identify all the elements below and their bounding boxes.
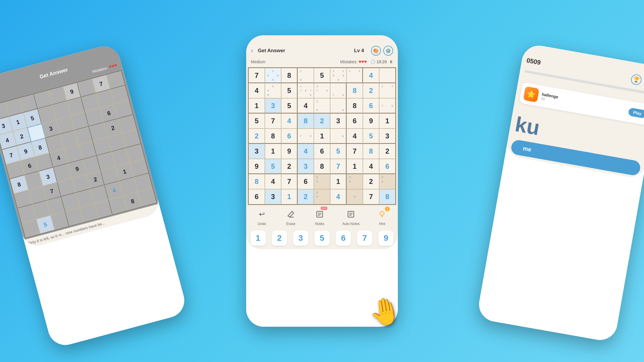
numpad-9[interactable]: 9: [378, 231, 393, 246]
c1-0[interactable]: 4: [249, 83, 265, 98]
c7-6[interactable]: 3 9: [346, 174, 363, 189]
c1-3[interactable]: 1 797 9: [298, 83, 314, 98]
numpad-7[interactable]: 7: [357, 231, 372, 246]
c6-3[interactable]: 3: [298, 159, 314, 174]
undo-button[interactable]: ↩ Undo: [256, 208, 268, 226]
c2-5[interactable]: 9: [330, 98, 346, 113]
c4-1[interactable]: 8: [265, 129, 281, 144]
c2-0[interactable]: 1: [249, 98, 265, 113]
c4-2[interactable]: 6: [281, 129, 298, 144]
numpad-2[interactable]: 2: [272, 231, 287, 246]
play-challenge-button[interactable]: Play: [628, 108, 644, 119]
c4-0[interactable]: 2: [249, 129, 265, 144]
c1-6[interactable]: 8: [346, 83, 363, 98]
c2-8[interactable]: 79: [379, 98, 396, 113]
c7-5[interactable]: 1: [330, 174, 346, 189]
c6-0[interactable]: 9: [249, 159, 265, 174]
numpad-5[interactable]: 5: [314, 231, 330, 246]
c5-0[interactable]: 3: [249, 144, 265, 159]
c1-7[interactable]: 2: [363, 83, 379, 98]
c0-2[interactable]: 8: [281, 68, 298, 83]
c2-6[interactable]: 8: [346, 98, 363, 113]
c7-7[interactable]: 2: [363, 174, 379, 189]
c8-0[interactable]: 6: [249, 189, 265, 204]
c5-7[interactable]: 8: [363, 144, 379, 159]
c1-5[interactable]: 79: [330, 83, 346, 98]
c7-8[interactable]: 5 9: [379, 174, 396, 189]
c8-1[interactable]: 3: [265, 189, 281, 204]
c8-3[interactable]: 2: [298, 189, 314, 204]
c3-8[interactable]: 1: [379, 113, 396, 129]
c0-8[interactable]: [379, 68, 396, 83]
c6-8[interactable]: 6: [379, 159, 396, 174]
c6-2[interactable]: 2: [281, 159, 298, 174]
hand-cursor: 🤚: [366, 294, 404, 330]
trophy-icon-right[interactable]: 🏆: [630, 74, 643, 86]
c6-7[interactable]: 4: [363, 159, 379, 174]
erase-button[interactable]: Erase: [284, 208, 297, 226]
notes-button[interactable]: OFF Notes: [313, 208, 326, 226]
c5-8[interactable]: 2: [379, 144, 396, 159]
c0-6[interactable]: 13: [346, 68, 363, 83]
numpad-6[interactable]: 6: [336, 231, 351, 246]
c3-1[interactable]: 7: [265, 113, 281, 129]
c7-1[interactable]: 4: [265, 174, 281, 189]
c2-3[interactable]: 4: [298, 98, 314, 113]
c1-1[interactable]: 6 6 9: [265, 83, 281, 98]
c0-4[interactable]: 5: [314, 68, 330, 83]
c0-7[interactable]: 4: [363, 68, 379, 83]
c1-2[interactable]: 5: [281, 83, 298, 98]
c7-0[interactable]: 8: [249, 174, 265, 189]
c7-4[interactable]: 5 9: [314, 174, 330, 189]
c1-8[interactable]: 13: [379, 83, 396, 98]
c5-4[interactable]: 6: [314, 144, 330, 159]
auto-notes-button[interactable]: Auto Notes: [342, 208, 360, 226]
c5-1[interactable]: 1: [265, 144, 281, 159]
c3-0[interactable]: 5: [249, 113, 265, 129]
c3-4[interactable]: 2: [314, 113, 330, 129]
c7-3[interactable]: 6: [298, 174, 314, 189]
numpad-3[interactable]: 3: [293, 231, 308, 246]
c2-1[interactable]: 3: [265, 98, 281, 113]
c8-8[interactable]: 8: [379, 189, 396, 204]
c2-4[interactable]: 2 9: [314, 98, 330, 113]
c3-5[interactable]: 3: [330, 113, 346, 129]
c8-5[interactable]: 4: [330, 189, 346, 204]
c3-3[interactable]: 8: [298, 113, 314, 129]
palette-icon[interactable]: 🎨: [371, 46, 381, 56]
c8-4[interactable]: 5 9: [314, 189, 330, 204]
c6-5[interactable]: 7: [330, 159, 346, 174]
c0-0[interactable]: 7: [249, 68, 265, 83]
c5-3[interactable]: 4: [298, 144, 314, 159]
c0-1[interactable]: 2 66 9: [265, 68, 281, 83]
c4-5[interactable]: 9: [330, 129, 346, 144]
settings-icon[interactable]: ⚙️: [383, 46, 393, 56]
c3-6[interactable]: 6: [346, 113, 363, 129]
c4-7[interactable]: 5: [363, 129, 379, 144]
c0-3[interactable]: 1 9: [298, 68, 314, 83]
c0-5[interactable]: 32 66 9: [330, 68, 346, 83]
c3-2[interactable]: 4: [281, 113, 298, 129]
pause-button[interactable]: ⏸: [389, 59, 393, 64]
c4-3[interactable]: 79: [298, 129, 314, 144]
c4-4[interactable]: 1: [314, 129, 330, 144]
c4-6[interactable]: 4: [346, 129, 363, 144]
c1-4[interactable]: 3 79: [314, 83, 330, 98]
c5-6[interactable]: 7: [346, 144, 363, 159]
c6-4[interactable]: 8: [314, 159, 330, 174]
c4-8[interactable]: 3: [379, 129, 396, 144]
c3-7[interactable]: 9: [363, 113, 379, 129]
hint-button[interactable]: 1 Hint: [376, 208, 388, 226]
c2-2[interactable]: 5: [281, 98, 298, 113]
c7-2[interactable]: 7: [281, 174, 298, 189]
c8-7[interactable]: 7: [363, 189, 379, 204]
c5-2[interactable]: 9: [281, 144, 298, 159]
c6-6[interactable]: 1: [346, 159, 363, 174]
c8-6[interactable]: 9: [346, 189, 363, 204]
c6-1[interactable]: 5: [265, 159, 281, 174]
c8-2[interactable]: 1: [281, 189, 298, 204]
numpad-1[interactable]: 1: [251, 231, 266, 246]
c5-5[interactable]: 5: [330, 144, 346, 159]
back-button-center[interactable]: ‹: [251, 47, 253, 55]
c2-7[interactable]: 6: [363, 98, 379, 113]
